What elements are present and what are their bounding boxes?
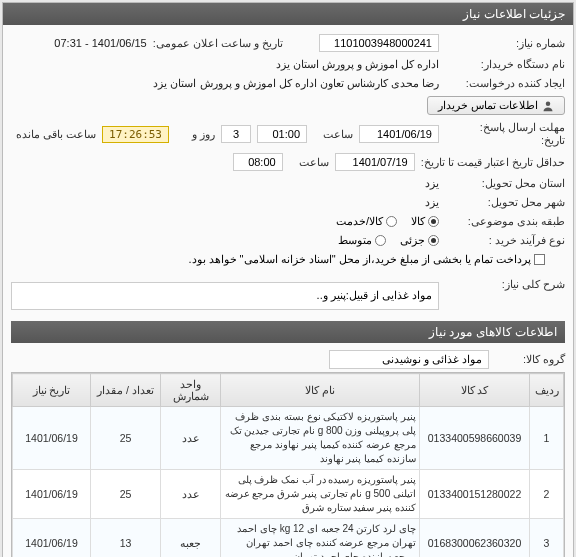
deadline-date: 1401/06/19 bbox=[359, 125, 439, 143]
radio-mid-label: متوسط bbox=[338, 234, 372, 247]
subject-radio-group: کالا کالا/خدمت bbox=[336, 215, 439, 228]
cell-qty: 13 bbox=[91, 519, 161, 558]
contact-buyer-label: اطلاعات تماس خریدار bbox=[438, 99, 538, 112]
subject-cat-label: طبقه بندی موضوعی: bbox=[445, 215, 565, 228]
process-label: نوع فرآیند خرید : bbox=[445, 234, 565, 247]
credit-label: حداقل تاریخ اعتبار قیمت تا تاریخ: bbox=[421, 156, 565, 169]
cell-unit: عدد bbox=[161, 407, 221, 470]
radio-service-label: کالا/خدمت bbox=[336, 215, 383, 228]
radio-dot-icon bbox=[375, 235, 386, 246]
radio-dot-icon bbox=[428, 235, 439, 246]
cell-row: 2 bbox=[530, 470, 564, 519]
process-radio-group: جزئی متوسط bbox=[338, 234, 439, 247]
need-number-label: شماره نیاز: bbox=[445, 37, 565, 50]
remain-label: ساعت باقی مانده bbox=[16, 128, 96, 141]
cell-unit: عدد bbox=[161, 470, 221, 519]
table-body: 10133400598660039پنیر پاستوریزه لاکتیکی … bbox=[13, 407, 564, 558]
public-time-label: تاریخ و ساعت اعلان عمومی: bbox=[153, 37, 283, 50]
deadline-hour-label: ساعت bbox=[313, 128, 353, 141]
row-buyer: نام دستگاه خریدار: اداره کل اموزش و پرور… bbox=[11, 55, 565, 74]
delivery-state-value: یزد bbox=[425, 177, 439, 190]
day-label: روز و bbox=[175, 128, 215, 141]
table-row[interactable]: 30168300062360320چای لرد کارتن 24 جعبه ا… bbox=[13, 519, 564, 558]
checkbox-icon bbox=[534, 254, 545, 265]
cell-code: 0133400151280022 bbox=[420, 470, 530, 519]
remain-timer: 17:26:53 bbox=[102, 126, 169, 143]
buyer-label: نام دستگاه خریدار: bbox=[445, 58, 565, 71]
row-need-desc: شرح کلی نیاز: مواد غذایی از قبیل:پنیر و.… bbox=[11, 275, 565, 317]
th-unit: واحد شمارش bbox=[161, 374, 221, 407]
row-requester: ایجاد کننده درخواست: رضا محدی کارشناس تع… bbox=[11, 74, 565, 118]
need-desc-box: مواد غذایی از قبیل:پنیر و.. bbox=[11, 282, 439, 310]
credit-hour-label: ساعت bbox=[289, 156, 329, 169]
group-value: مواد غذائی و نوشیدنی bbox=[329, 350, 489, 369]
cell-row: 3 bbox=[530, 519, 564, 558]
remain-days: 3 bbox=[221, 125, 251, 143]
main-panel: جزئیات اطلاعات نیاز شماره نیاز: 11010039… bbox=[2, 2, 574, 557]
th-date: تاریخ نیاز bbox=[13, 374, 91, 407]
th-code: کد کالا bbox=[420, 374, 530, 407]
cell-code: 0168300062360320 bbox=[420, 519, 530, 558]
row-subject-cat: طبقه بندی موضوعی: کالا کالا/خدمت bbox=[11, 212, 565, 231]
buyer-value: اداره کل اموزش و پرورش استان یزد bbox=[276, 58, 439, 71]
radio-service[interactable]: کالا/خدمت bbox=[336, 215, 397, 228]
goods-table-wrap: ردیف کد کالا نام کالا واحد شمارش تعداد /… bbox=[11, 372, 565, 557]
radio-goods-label: کالا bbox=[411, 215, 425, 228]
radio-dot-icon bbox=[386, 216, 397, 227]
cell-code: 0133400598660039 bbox=[420, 407, 530, 470]
row-credit: حداقل تاریخ اعتبار قیمت تا تاریخ: 1401/0… bbox=[11, 150, 565, 174]
th-qty: تعداد / مقدار bbox=[91, 374, 161, 407]
cell-name: چای لرد کارتن 24 جعبه ای kg 12 چای احمد … bbox=[221, 519, 420, 558]
cell-name: پنیر پاستوریزه رسیده در آب نمک ظرف پلی ا… bbox=[221, 470, 420, 519]
credit-date: 1401/07/19 bbox=[335, 153, 415, 171]
cell-date: 1401/06/19 bbox=[13, 407, 91, 470]
goods-table: ردیف کد کالا نام کالا واحد شمارش تعداد /… bbox=[12, 373, 564, 557]
cell-date: 1401/06/19 bbox=[13, 470, 91, 519]
cell-date: 1401/06/19 bbox=[13, 519, 91, 558]
form-section: شماره نیاز: 1101003948000241 تاریخ و ساع… bbox=[3, 25, 573, 557]
need-number-value: 1101003948000241 bbox=[319, 34, 439, 52]
pay-checkbox[interactable]: پرداخت تمام یا بخشی از مبلغ خرید،از محل … bbox=[188, 253, 545, 266]
radio-minor[interactable]: جزئی bbox=[400, 234, 439, 247]
radio-goods[interactable]: کالا bbox=[411, 215, 439, 228]
goods-section-title: اطلاعات کالاهای مورد نیاز bbox=[11, 321, 565, 343]
delivery-city-label: شهر محل تحویل: bbox=[445, 196, 565, 209]
deadline-hour: 01:00 bbox=[257, 125, 307, 143]
delivery-state-label: استان محل تحویل: bbox=[445, 177, 565, 190]
row-process: نوع فرآیند خرید : جزئی متوسط پرداخت تمام… bbox=[11, 231, 565, 269]
row-delivery-city: شهر محل تحویل: یزد bbox=[11, 193, 565, 212]
cell-qty: 25 bbox=[91, 470, 161, 519]
cell-name: پنیر پاستوریزه لاکتیکی نوع بسته بندی ظرف… bbox=[221, 407, 420, 470]
user-icon bbox=[542, 100, 554, 112]
row-delivery-state: استان محل تحویل: یزد bbox=[11, 174, 565, 193]
svg-point-0 bbox=[546, 101, 551, 106]
th-name: نام کالا bbox=[221, 374, 420, 407]
public-time-value: 1401/06/15 - 07:31 bbox=[54, 37, 146, 49]
requester-label: ایجاد کننده درخواست: bbox=[445, 77, 565, 90]
deadline-label: مهلت ارسال پاسخ: تاریخ: bbox=[445, 121, 565, 147]
radio-dot-icon bbox=[428, 216, 439, 227]
credit-hour: 08:00 bbox=[233, 153, 283, 171]
panel-header: جزئیات اطلاعات نیاز bbox=[3, 3, 573, 25]
requester-value: رضا محدی کارشناس تعاون اداره کل اموزش و … bbox=[153, 77, 439, 90]
group-label: گروه کالا: bbox=[495, 353, 565, 366]
row-group: گروه کالا: مواد غذائی و نوشیدنی bbox=[11, 347, 565, 372]
th-row: ردیف bbox=[530, 374, 564, 407]
radio-minor-label: جزئی bbox=[400, 234, 425, 247]
table-row[interactable]: 20133400151280022پنیر پاستوریزه رسیده در… bbox=[13, 470, 564, 519]
delivery-city-value: یزد bbox=[425, 196, 439, 209]
row-need-number: شماره نیاز: 1101003948000241 تاریخ و ساع… bbox=[11, 31, 565, 55]
row-deadline: مهلت ارسال پاسخ: تاریخ: 1401/06/19 ساعت … bbox=[11, 118, 565, 150]
cell-qty: 25 bbox=[91, 407, 161, 470]
pay-note-label: پرداخت تمام یا بخشی از مبلغ خرید،از محل … bbox=[188, 253, 531, 266]
radio-mid[interactable]: متوسط bbox=[338, 234, 386, 247]
cell-unit: جعبه bbox=[161, 519, 221, 558]
cell-row: 1 bbox=[530, 407, 564, 470]
table-row[interactable]: 10133400598660039پنیر پاستوریزه لاکتیکی … bbox=[13, 407, 564, 470]
table-header-row: ردیف کد کالا نام کالا واحد شمارش تعداد /… bbox=[13, 374, 564, 407]
contact-buyer-button[interactable]: اطلاعات تماس خریدار bbox=[427, 96, 565, 115]
need-desc-label: شرح کلی نیاز: bbox=[445, 278, 565, 291]
